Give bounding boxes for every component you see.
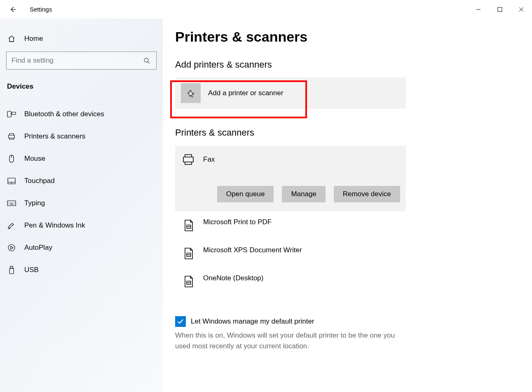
sidebar-item-autoplay[interactable]: AutoPlay bbox=[6, 237, 157, 259]
category-heading: Devices bbox=[6, 80, 157, 103]
sidebar-item-pen[interactable]: Pen & Windows Ink bbox=[6, 214, 157, 237]
titlebar: Settings bbox=[0, 0, 532, 19]
printer-label: Fax bbox=[203, 155, 215, 164]
minimize-button[interactable] bbox=[468, 0, 489, 19]
svg-point-7 bbox=[8, 244, 15, 251]
maximize-icon bbox=[497, 7, 502, 12]
sidebar-item-usb[interactable]: USB bbox=[6, 259, 157, 281]
printer-label: OneNote (Desktop) bbox=[203, 274, 263, 282]
search-icon bbox=[142, 56, 151, 65]
close-button[interactable] bbox=[511, 0, 532, 19]
open-queue-button[interactable]: Open queue bbox=[217, 186, 274, 202]
usb-icon bbox=[7, 265, 16, 275]
printer-label: Microsoft XPS Document Writer bbox=[203, 246, 302, 254]
printer-icon bbox=[7, 132, 16, 141]
add-section-heading: Add printers & scanners bbox=[175, 59, 516, 70]
close-icon bbox=[519, 7, 524, 12]
checkmark-icon bbox=[177, 318, 184, 325]
printer-item-onenote[interactable]: OneNote (Desktop) bbox=[175, 268, 406, 296]
main-content: Printers & scanners Add printers & scann… bbox=[163, 19, 532, 392]
sidebar-item-label: Bluetooth & other devices bbox=[24, 110, 104, 118]
add-printer-button[interactable]: Add a printer or scanner bbox=[175, 77, 406, 109]
keyboard-icon bbox=[7, 199, 16, 208]
sidebar-item-touchpad[interactable]: Touchpad bbox=[6, 170, 157, 192]
minimize-icon bbox=[476, 7, 481, 12]
manage-button[interactable]: Manage bbox=[282, 186, 325, 202]
default-printer-description: When this is on, Windows will set your d… bbox=[175, 330, 406, 351]
sidebar-item-mouse[interactable]: Mouse bbox=[6, 148, 157, 170]
svg-rect-0 bbox=[498, 7, 502, 12]
remove-device-button[interactable]: Remove device bbox=[334, 186, 400, 202]
search-box[interactable] bbox=[6, 52, 157, 70]
printer-item-pdf[interactable]: Microsoft Print to PDF bbox=[175, 211, 406, 239]
svg-rect-8 bbox=[10, 266, 13, 268]
printer-icon bbox=[181, 152, 196, 167]
add-printer-label: Add a printer or scanner bbox=[208, 89, 283, 97]
default-printer-checkbox[interactable] bbox=[175, 316, 186, 327]
svg-rect-3 bbox=[12, 112, 16, 115]
bluetooth-icon bbox=[7, 110, 16, 119]
sidebar-item-label: Pen & Windows Ink bbox=[24, 221, 85, 230]
search-input[interactable] bbox=[12, 56, 142, 65]
sidebar-item-label: AutoPlay bbox=[24, 244, 52, 252]
page-title: Printers & scanners bbox=[175, 29, 516, 45]
back-button[interactable] bbox=[8, 5, 17, 14]
sidebar-item-label: Typing bbox=[24, 199, 45, 207]
print-to-file-icon bbox=[181, 218, 196, 233]
sidebar-item-bluetooth[interactable]: Bluetooth & other devices bbox=[6, 103, 157, 125]
touchpad-icon bbox=[7, 176, 16, 185]
default-printer-label: Let Windows manage my default printer bbox=[191, 317, 314, 326]
svg-rect-9 bbox=[9, 268, 14, 274]
arrow-left-icon bbox=[9, 6, 16, 13]
sidebar-item-label: Touchpad bbox=[24, 177, 55, 185]
sidebar-item-label: USB bbox=[24, 266, 39, 274]
printer-item-fax[interactable]: Fax Open queue Manage Remove device bbox=[175, 146, 406, 211]
mouse-icon bbox=[7, 154, 16, 163]
printer-item-xps[interactable]: Microsoft XPS Document Writer bbox=[175, 239, 406, 268]
pen-icon bbox=[7, 221, 16, 230]
svg-point-1 bbox=[144, 58, 148, 62]
sidebar-item-label: Mouse bbox=[24, 155, 45, 163]
printers-section-heading: Printers & scanners bbox=[175, 127, 516, 138]
print-to-file-icon bbox=[181, 274, 196, 289]
maximize-button[interactable] bbox=[489, 0, 511, 19]
sidebar-item-printers[interactable]: Printers & scanners bbox=[6, 125, 157, 148]
printer-label: Microsoft Print to PDF bbox=[203, 218, 272, 226]
sidebar-item-label: Printers & scanners bbox=[24, 132, 85, 141]
svg-rect-2 bbox=[7, 111, 11, 117]
plus-icon bbox=[181, 83, 201, 103]
home-link[interactable]: Home bbox=[6, 31, 157, 52]
autoplay-icon bbox=[7, 243, 16, 252]
window-title: Settings bbox=[30, 6, 52, 13]
sidebar: Home Devices Bluetooth & other devices P… bbox=[0, 19, 163, 392]
print-to-file-icon bbox=[181, 246, 196, 261]
svg-rect-6 bbox=[7, 201, 16, 206]
home-icon bbox=[7, 34, 16, 43]
home-label: Home bbox=[24, 35, 43, 43]
sidebar-item-typing[interactable]: Typing bbox=[6, 192, 157, 214]
